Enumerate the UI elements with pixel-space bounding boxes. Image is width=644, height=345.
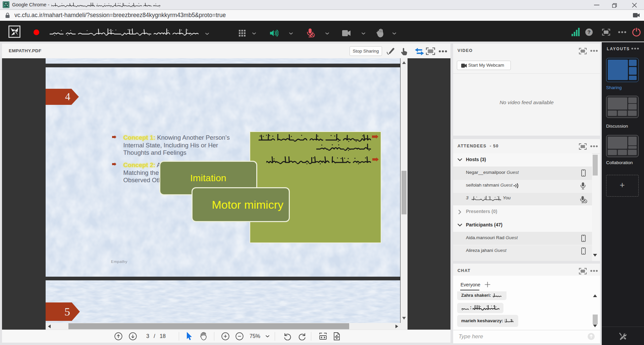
svg-text:4: 4 bbox=[65, 91, 70, 102]
svg-text:5: 5 bbox=[64, 305, 70, 318]
